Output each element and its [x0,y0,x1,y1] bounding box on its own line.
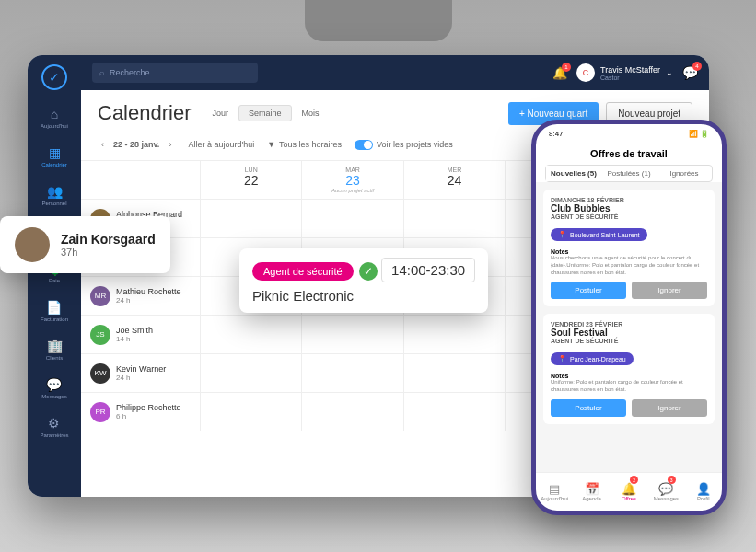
sidebar-item-today[interactable]: ⌂Aujourd'hui [41,107,68,129]
agenda-icon: 📅 [585,482,599,496]
tab-ignored[interactable]: Ignorées [657,166,712,181]
calendar-slot[interactable] [201,316,302,353]
offers-icon: 🔔 [622,482,636,496]
staff-cell[interactable]: JSJoe Smith14 h [81,316,201,353]
sidebar-item-staff[interactable]: 👥Personnel [41,184,66,206]
role-tag: Agent de sécurité [252,262,354,281]
empty-projects-toggle[interactable]: Voir les projets vides [355,140,453,150]
shift-time: 14:00-23:30 [381,258,475,282]
user-menu[interactable]: C Travis McStaffer Castor ⌄ [576,63,673,82]
notifications-button[interactable]: 🔔1 [552,66,567,80]
mobile-app: 8:47 📶 🔋 Offres de travail Nouvelles (5)… [531,120,727,515]
staff-hours: 24 h [116,296,181,305]
sidebar-label: Clients [46,355,63,361]
shift-popover[interactable]: Agent de sécurité ✓ 14:00-23:30 Piknic E… [239,248,488,313]
job-card[interactable]: DIMANCHE 18 FÉVRIER Club Bubbles AGENT D… [543,190,715,306]
calendar-slot[interactable] [201,354,302,392]
staff-name: Mathieu Rochette [116,287,181,296]
nav-messages[interactable]: 💬Messages3 [647,473,684,511]
sidebar-label: Aujourd'hui [41,123,68,129]
calendar-slot[interactable] [201,393,302,431]
messages-icon: 💬 [658,482,673,496]
page-title: Calendrier [98,101,192,125]
job-date: VENDREDI 23 FÉVRIER [551,321,707,328]
staff-cell[interactable]: KWKevin Warner24 h [81,354,201,392]
go-today-link[interactable]: Aller à aujourd'hui [188,140,254,149]
day-header[interactable]: MER24 [404,161,506,199]
sidebar-label: Paramètres [40,432,68,438]
apply-button[interactable]: Postuler [551,399,626,417]
screen-title: Offres de travail [536,143,722,165]
tab-applied[interactable]: Postulées (1) [601,166,657,181]
nav-agenda[interactable]: 📅Agenda [573,473,610,511]
sidebar: ✓ ⌂Aujourd'hui ▦Calendrier 👥Personnel ⏱S… [28,55,81,497]
app-logo[interactable]: ✓ [41,64,67,90]
sidebar-label: Personnel [41,201,66,206]
staff-cell[interactable]: MRMathieu Rochette24 h [81,277,201,315]
sidebar-label: Paie [49,278,60,283]
chat-icon: 💬 [46,377,62,392]
job-date: DIMANCHE 18 FÉVRIER [551,197,707,203]
search-icon: ⌕ [99,68,104,77]
invoice-icon: 📄 [46,300,62,315]
job-location: 📍Parc Jean-Drapeau [551,352,634,365]
calendar-slot[interactable] [302,200,403,237]
ignore-button[interactable]: Ignorer [632,399,707,417]
staff-popover[interactable]: Zain Korsgaard 37h [0,216,170,273]
locker-handle [305,0,452,41]
prev-week-button[interactable]: ‹ [98,138,108,151]
nav-today[interactable]: ▤Aujourd'hui [536,473,573,511]
sidebar-item-invoice[interactable]: 📄Facturation [41,300,68,322]
job-card[interactable]: VENDREDI 23 FÉVRIER Soul Festival AGENT … [543,314,715,424]
day-header[interactable]: MAR23Aucun projet actif [302,161,403,199]
messages-button[interactable]: 💬4 [682,65,698,80]
staff-name: Kevin Warner [116,364,166,374]
view-tab-month[interactable]: Mois [292,105,330,121]
sidebar-item-messages[interactable]: 💬Messages [41,377,66,399]
calendar-slot[interactable] [404,354,506,392]
calendar-slot[interactable] [302,393,403,431]
apply-button[interactable]: Postuler [551,282,626,299]
shift-title: Piknic Electronic [252,288,475,304]
schedule-filter[interactable]: ▼Tous les horaires [267,140,342,149]
notes-label: Notes [551,373,707,379]
company-name: Castor [600,75,660,81]
view-tab-week[interactable]: Semaine [238,105,292,121]
topbar: ⌕Recherche... 🔔1 C Travis McStaffer Cast… [81,55,709,90]
calendar-slot[interactable] [404,393,506,431]
home-icon: ⌂ [51,107,58,121]
day-header[interactable]: LUN22 [201,161,302,199]
tab-new[interactable]: Nouvelles (5) [546,166,601,181]
job-location: 📍Boulevard Saint-Laurent [551,228,647,241]
avatar: KW [90,363,110,384]
calendar-slot[interactable] [302,354,403,392]
ignore-button[interactable]: Ignorer [632,282,707,299]
search-input[interactable]: ⌕Recherche... [92,63,258,83]
nav-offers[interactable]: 🔔Offres2 [611,473,647,511]
job-list[interactable]: DIMANCHE 18 FÉVRIER Club Bubbles AGENT D… [536,182,722,472]
sidebar-item-clients[interactable]: 🏢Clients [46,339,63,361]
toggle-switch [355,140,373,150]
status-icons: 📶 🔋 [689,130,709,138]
calendar-slot[interactable] [201,200,302,237]
chevron-down-icon: ⌄ [666,68,673,77]
next-week-button[interactable]: › [165,138,175,151]
notes-label: Notes [551,248,707,255]
view-tab-day[interactable]: Jour [203,105,239,121]
calendar-slot[interactable] [404,200,506,237]
avatar [15,227,50,262]
staff-cell[interactable]: PRPhilippe Rochette6 h [81,393,201,431]
job-role: AGENT DE SÉCURITÉ [551,213,707,220]
sidebar-item-calendar[interactable]: ▦Calendrier [41,145,67,167]
calendar-slot[interactable] [404,316,506,353]
view-switcher: Jour Semaine Mois [203,105,330,121]
search-placeholder: Recherche... [110,68,157,77]
sidebar-item-settings[interactable]: ⚙Paramètres [40,416,68,438]
profile-icon: 👤 [696,482,711,496]
nav-profile[interactable]: 👤Profil [685,473,722,511]
job-name: Club Bubbles [551,203,707,213]
user-name: Travis McStaffer [600,65,660,75]
calendar-slot[interactable] [302,316,403,353]
pin-icon: 📍 [558,355,566,362]
staff-icon: 👥 [47,184,63,199]
